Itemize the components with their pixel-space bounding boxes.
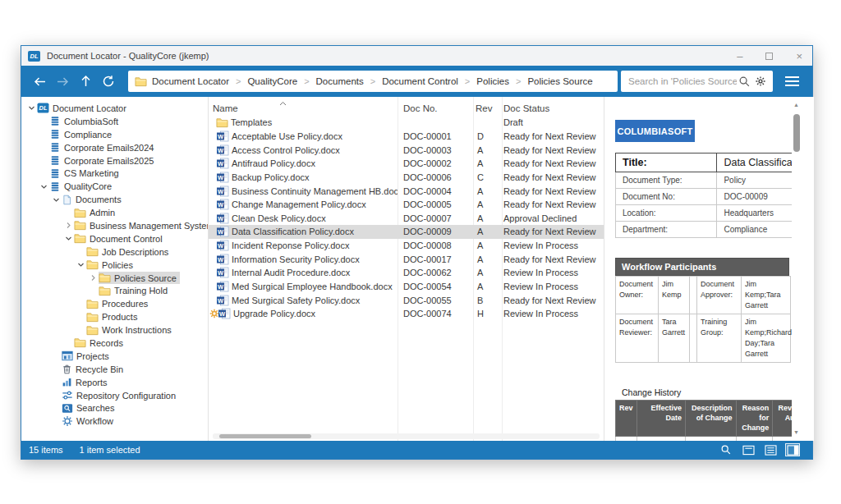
tree-item-job-descriptions[interactable]: Job Descriptions	[21, 245, 208, 259]
rev-cell: B	[470, 296, 499, 305]
column-header-doc-status[interactable]: Doc Status	[499, 103, 604, 113]
expand-down-icon[interactable]	[25, 104, 37, 112]
rev-cell: A	[470, 268, 499, 277]
recycle-bin-icon	[62, 364, 72, 374]
search-icon[interactable]	[737, 72, 752, 90]
table-row-templates[interactable]: TemplatesDraft	[209, 116, 604, 130]
expand-down-icon[interactable]	[50, 196, 62, 204]
search-settings-gear-icon[interactable]	[752, 72, 768, 90]
table-row-internal-audit-procedure-docx[interactable]: WInternal Audit Procedure.docxDOC-00062A…	[209, 266, 604, 280]
table-row-acceptable-use-policy-docx[interactable]: WAcceptable Use Policy.docxDOC-00001DRea…	[209, 130, 604, 144]
tree-item-repository-configuration[interactable]: Repository Configuration	[21, 389, 208, 402]
tree-item-corporate-emails2025[interactable]: Corporate Emails2025	[21, 154, 208, 167]
tree-item-label: Admin	[90, 208, 115, 218]
forward-button[interactable]	[51, 70, 74, 93]
tree-item-products[interactable]: Products	[21, 310, 208, 323]
search-icon[interactable]	[719, 443, 733, 456]
close-button[interactable]: ×	[796, 51, 802, 62]
tree-item-records[interactable]: Records	[21, 337, 208, 350]
tree-item-cs-marketing[interactable]: CS Marketing	[21, 167, 208, 180]
up-button[interactable]	[74, 70, 97, 93]
repository-icon	[49, 116, 61, 126]
tree-item-columbiasoft[interactable]: ColumbiaSoft	[21, 115, 208, 128]
table-row-data-classification-policy-docx[interactable]: WData Classification Policy.docxDOC-0000…	[209, 225, 604, 239]
scrollbar-thumb[interactable]	[793, 114, 800, 152]
table-row-upgrade-policy-docx[interactable]: WUpgrade Policy.docxDOC-00074HReview In …	[209, 307, 604, 321]
table-row-med-surgical-employee-handbook-docx[interactable]: WMed Surgical Employee Handbook.docxDOC-…	[209, 280, 604, 294]
info-label: Department:	[616, 222, 717, 238]
workflow-value: Jim Kemp	[659, 277, 690, 314]
tree-item-training-hold[interactable]: Training Hold	[21, 284, 208, 297]
tree-item-workflow[interactable]: Workflow	[21, 415, 208, 428]
table-row-access-control-policy-docx[interactable]: WAccess Control Policy.docxDOC-00003ARea…	[209, 143, 604, 157]
doc-no-cell: DOC-00005	[398, 199, 470, 209]
column-header-doc-no[interactable]: Doc No.	[398, 103, 470, 113]
doc-no-cell: DOC-00007	[398, 213, 470, 223]
tree-item-compliance[interactable]: Compliance	[21, 128, 208, 141]
tree-item-policies[interactable]: Policies	[21, 259, 208, 272]
file-name: Incident Reponse Policy.docx	[232, 241, 350, 250]
tree-item-procedures[interactable]: Procedures	[21, 297, 208, 310]
expand-down-icon[interactable]	[75, 261, 86, 268]
preview-page: COLUMBIASOFT Title: Data Classification …	[615, 97, 792, 441]
preview-pane-icon[interactable]	[785, 443, 800, 456]
tree-item-reports[interactable]: Reports	[21, 376, 208, 389]
expand-right-icon[interactable]	[87, 274, 99, 282]
tree-item-recycle-bin[interactable]: Recycle Bin	[21, 363, 208, 376]
tree-item-label: Job Descriptions	[102, 247, 168, 257]
scroll-down-icon[interactable]: ▼	[792, 428, 801, 437]
breadcrumb[interactable]: Document Locator>QualityCore>Documents>D…	[128, 71, 618, 92]
tree-item-document-control[interactable]: Document Control	[21, 232, 208, 245]
search-input[interactable]	[628, 76, 737, 86]
doc-status-cell: Ready for Next Review	[499, 199, 604, 209]
table-row-incident-reponse-policy-docx[interactable]: WIncident Reponse Policy.docxDOC-00008AR…	[209, 239, 604, 253]
breadcrumb-segment-qualitycore[interactable]: QualityCore	[247, 76, 297, 86]
breadcrumb-segment-document-locator[interactable]: Document Locator	[152, 76, 229, 86]
breadcrumb-segment-policies-source[interactable]: Policies Source	[527, 76, 592, 86]
breadcrumb-segment-documents[interactable]: Documents	[316, 76, 364, 86]
scrollbar-thumb[interactable]	[219, 434, 311, 438]
expand-down-icon[interactable]	[38, 183, 49, 190]
table-row-med-surgical-safety-policy-docx[interactable]: WMed Surgical Safety Policy.docxDOC-0005…	[209, 293, 604, 307]
column-header-rev[interactable]: Rev	[470, 103, 499, 113]
back-button[interactable]	[28, 70, 51, 93]
expand-right-icon[interactable]	[62, 222, 74, 229]
tree-item-admin[interactable]: Admin	[21, 206, 208, 219]
table-row-change-management-policy-docx[interactable]: WChange Management Policy.docxDOC-00005A…	[209, 198, 604, 212]
refresh-button[interactable]	[97, 70, 120, 93]
table-row-clean-desk-policy-docx[interactable]: WClean Desk Policy.docxDOC-00007AApprova…	[209, 211, 604, 225]
tree-item-corporate-emails2024[interactable]: Corporate Emails2024	[21, 141, 208, 154]
tree-item-document-locator[interactable]: DLDocument Locator	[21, 102, 208, 115]
folder-icon	[74, 233, 86, 244]
tree-item-qualitycore[interactable]: QualityCore	[21, 180, 208, 193]
tree-item-projects[interactable]: Projects	[21, 350, 208, 363]
expand-down-icon[interactable]	[62, 235, 74, 242]
column-header-name[interactable]: Name	[209, 103, 398, 113]
breadcrumb-segment-policies[interactable]: Policies	[476, 76, 509, 86]
minimize-button[interactable]: –	[737, 51, 742, 62]
tree-item-searches[interactable]: Searches	[21, 401, 208, 415]
tree-item-label: Document Locator	[53, 103, 126, 113]
tree-item-business-management-system[interactable]: Business Management System	[21, 219, 208, 232]
tree-item-work-instructions[interactable]: Work Instructions	[21, 323, 208, 337]
svg-text:W: W	[218, 215, 224, 222]
doc-no-cell: DOC-00002	[398, 158, 470, 168]
document-preview: COLUMBIASOFT Title: Data Classification …	[604, 97, 814, 441]
horizontal-scrollbar[interactable]	[213, 433, 600, 439]
table-row-backup-policy-docx[interactable]: WBackup Policy.docxDOC-00006CReady for N…	[209, 171, 604, 185]
table-row-information-security-policy-docx[interactable]: WInformation Security Policy.docxDOC-000…	[209, 252, 604, 266]
scroll-up-icon[interactable]: ▲	[792, 101, 801, 109]
file-name: Change Management Policy.docx	[232, 199, 366, 209]
tree-item-documents[interactable]: Documents	[21, 193, 208, 206]
table-row-antifraud-policy-docx[interactable]: WAntifraud Policy.docxDOC-00002AReady fo…	[209, 157, 604, 171]
menu-icon[interactable]	[778, 70, 806, 93]
details-pane-icon[interactable]	[741, 443, 756, 456]
table-row-business-continuity-management-hb-docx[interactable]: WBusiness Continuity Management HB.docxD…	[209, 184, 604, 198]
maximize-button[interactable]	[765, 53, 773, 60]
vertical-scrollbar[interactable]: ▲ ▼	[792, 101, 801, 437]
change-history-column: Description of Change	[686, 401, 737, 437]
projects-icon	[62, 351, 73, 361]
breadcrumb-segment-document-control[interactable]: Document Control	[382, 76, 458, 86]
list-view-icon[interactable]	[763, 443, 778, 456]
tree-item-policies-source[interactable]: Policies Source	[21, 272, 208, 285]
